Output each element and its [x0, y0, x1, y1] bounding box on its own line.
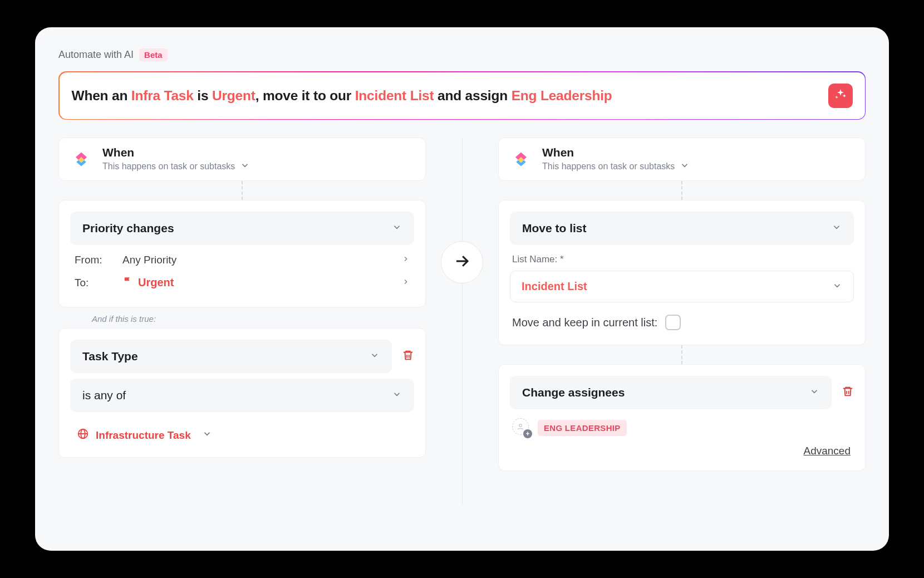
- prompt-seg: , move it to our: [255, 88, 355, 103]
- keep-in-list-row: Move and keep in current list:: [510, 302, 854, 334]
- when-subtitle[interactable]: This happens on task or subtasks: [542, 160, 690, 173]
- flow-arrow: [441, 241, 483, 283]
- action-type-select[interactable]: Move to list: [510, 212, 854, 245]
- chevron-down-icon: [680, 160, 690, 173]
- condition-field-select[interactable]: Task Type: [70, 340, 392, 373]
- prompt-highlight: Eng Leadership: [512, 88, 612, 103]
- chevron-down-icon: [202, 429, 212, 442]
- assignees-action-select[interactable]: Change assignees: [510, 376, 832, 409]
- chevron-right-icon: [402, 255, 410, 265]
- ai-prompt-inner[interactable]: When an Infra Task is Urgent, move it to…: [60, 72, 865, 119]
- from-label: From:: [75, 254, 109, 266]
- condition-field-label: Task Type: [82, 350, 138, 363]
- condition-value-select[interactable]: Infrastructure Task: [70, 418, 414, 446]
- prompt-highlight: Urgent: [212, 88, 255, 103]
- assignee-chip[interactable]: ENG LEADERSHIP: [538, 420, 627, 436]
- clickup-logo-icon: [510, 148, 532, 170]
- page-title: Automate with AI: [58, 49, 134, 61]
- plus-icon: +: [523, 429, 532, 438]
- center-divider: [462, 138, 463, 504]
- chevron-down-icon: [832, 222, 842, 234]
- sparkle-icon: [834, 88, 847, 104]
- clickup-logo-icon: [70, 148, 92, 170]
- automation-builder: When This happens on task or subtasks Pr…: [58, 138, 866, 471]
- assignees-action-label: Change assignees: [522, 386, 625, 399]
- move-to-list-card: Move to list List Name: * Incident List …: [498, 200, 866, 345]
- ai-prompt-text[interactable]: When an Infra Task is Urgent, move it to…: [72, 88, 612, 104]
- delete-condition-button[interactable]: [402, 349, 414, 364]
- action-column: When This happens on task or subtasks Mo…: [498, 138, 866, 471]
- list-name-field-label: List Name: *: [510, 245, 854, 271]
- ai-prompt-bar: When an Infra Task is Urgent, move it to…: [58, 71, 866, 120]
- chevron-down-icon: [370, 350, 380, 363]
- when-action-header[interactable]: When This happens on task or subtasks: [498, 138, 866, 181]
- trigger-column: When This happens on task or subtasks Pr…: [58, 138, 426, 458]
- add-assignee-button[interactable]: +: [512, 418, 531, 437]
- globe-icon: [77, 428, 89, 443]
- condition-operator-select[interactable]: is any of: [70, 379, 414, 412]
- when-subtitle[interactable]: This happens on task or subtasks: [102, 160, 250, 173]
- chevron-right-icon: [402, 278, 410, 288]
- condition-card: Task Type is any of Infrastructure Task: [58, 328, 426, 458]
- action-type-label: Move to list: [522, 222, 587, 235]
- when-subtitle-text: This happens on task or subtasks: [542, 161, 675, 172]
- connector: [681, 181, 682, 200]
- prompt-highlight: Incident List: [355, 88, 434, 103]
- condition-value-label: Infrastructure Task: [96, 429, 191, 442]
- list-name-value: Incident List: [522, 280, 587, 293]
- prompt-highlight: Infra Task: [131, 88, 194, 103]
- keep-in-list-label: Move and keep in current list:: [512, 316, 657, 329]
- to-value: Urgent: [138, 276, 174, 289]
- from-value: Any Priority: [122, 254, 389, 266]
- flag-icon: [122, 276, 132, 289]
- when-subtitle-text: This happens on task or subtasks: [102, 161, 235, 172]
- prompt-seg: and assign: [434, 88, 511, 103]
- chevron-down-icon: [240, 160, 250, 173]
- ai-generate-button[interactable]: [828, 84, 853, 108]
- list-name-select[interactable]: Incident List: [510, 271, 854, 302]
- delete-action-button[interactable]: [842, 385, 854, 400]
- svg-point-14: [519, 424, 522, 427]
- chevron-down-icon: [832, 281, 842, 293]
- beta-badge: Beta: [139, 48, 168, 61]
- chevron-down-icon: [392, 222, 402, 234]
- advanced-link[interactable]: Advanced: [803, 439, 854, 459]
- page-header: Automate with AI Beta: [58, 48, 866, 61]
- keep-in-list-checkbox[interactable]: [665, 315, 681, 330]
- arrow-right-icon: [454, 253, 470, 272]
- chevron-down-icon: [809, 386, 819, 399]
- priority-to-row[interactable]: To: Urgent: [70, 273, 414, 296]
- change-assignees-card: Change assignees + ENG LEADERSHIP Advanc…: [498, 364, 866, 471]
- condition-section-label: And if this is true:: [92, 314, 156, 324]
- to-label: To:: [75, 277, 109, 289]
- when-title: When: [102, 146, 250, 159]
- connector: [242, 181, 243, 200]
- trigger-card: Priority changes From: Any Priority To: …: [58, 200, 426, 307]
- trigger-type-select[interactable]: Priority changes: [70, 212, 414, 245]
- app-frame: Automate with AI Beta When an Infra Task…: [35, 27, 889, 551]
- condition-op-label: is any of: [82, 389, 126, 402]
- priority-from-row[interactable]: From: Any Priority: [70, 245, 414, 273]
- when-title: When: [542, 146, 690, 159]
- chevron-down-icon: [392, 389, 402, 401]
- when-trigger-header[interactable]: When This happens on task or subtasks: [58, 138, 426, 181]
- connector: [681, 345, 682, 364]
- prompt-seg: is: [194, 88, 212, 103]
- trigger-type-label: Priority changes: [82, 222, 174, 235]
- prompt-seg: When an: [72, 88, 131, 103]
